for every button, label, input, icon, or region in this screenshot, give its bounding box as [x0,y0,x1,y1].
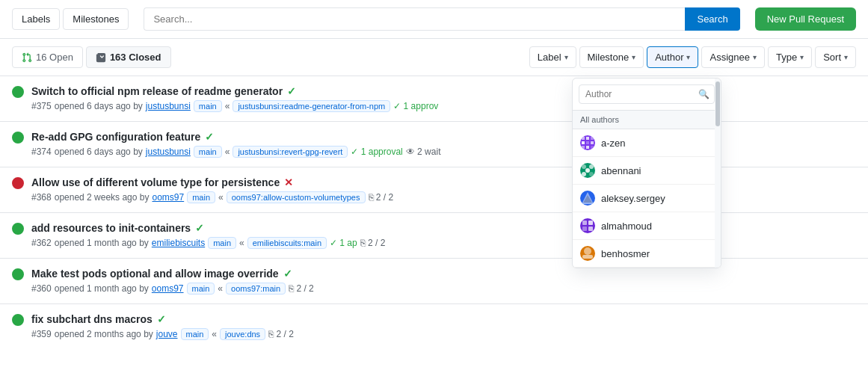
pr-author-link[interactable]: emiliebiscuits [152,238,205,248]
pr-meta: #359 opened 2 months ago by jouve main «… [31,328,856,340]
merge-arrow: « [225,101,230,111]
head-branch-tag: justusbunsi:readme-generator-from-npm [233,100,390,112]
filter-bar-right: Label ▾ Milestone ▾ Author ▾ Assignee ▾ … [529,46,856,68]
head-branch-tag: justusbunsi:revert-gpg-revert [233,146,348,158]
table-row: fix subchart dns macros ✓ #359 opened 2 … [0,304,868,349]
svg-rect-21 [582,255,593,259]
pr-author-link[interactable]: justusbunsi [146,147,191,157]
svg-rect-17 [588,221,593,225]
author-name: almahmoud [601,221,652,232]
svg-point-11 [582,172,586,176]
scrollbar-thumb [715,81,720,126]
svg-rect-1 [586,137,589,140]
table-row: Allow use of different volume type for p… [0,167,868,213]
merge-arrow: « [218,192,224,203]
search-area: Search [144,7,739,31]
pr-author-link[interactable]: jouve [156,329,178,339]
assignee-filter-button[interactable]: Assignee ▾ [701,46,764,68]
svg-rect-3 [582,141,585,144]
base-branch-tag: main [194,100,222,112]
sort-filter-button[interactable]: Sort ▾ [815,46,856,68]
pr-content: Allow use of different volume type for p… [31,176,856,203]
sort-caret-icon: ▾ [844,53,848,61]
pr-meta: #368 opened 2 weeks ago by ooms97 main «… [31,191,856,203]
closed-prs-button[interactable]: 163 Closed [86,46,171,68]
author-item[interactable]: almahmoud [573,212,721,240]
search-button[interactable]: Search [685,7,739,31]
svg-rect-16 [582,221,587,225]
author-list: a-zen abennani aleksey.sergey [573,129,721,268]
svg-point-9 [582,164,586,169]
pr-open-icon [22,52,32,63]
pr-meta: #374 opened 6 days ago by justusbunsi ma… [31,146,856,158]
base-branch-tag: main [187,283,215,295]
merge-arrow: « [212,329,217,339]
pr-title-link[interactable]: Switch to official npm release of readme… [31,85,283,97]
copies-text: ⎘ 2 / 2 [289,283,314,294]
author-item[interactable]: benhosmer [573,240,721,268]
base-branch-tag: main [181,328,209,340]
pr-title: Make test pods optional and allow image … [31,268,856,280]
pr-list: Switch to official npm release of readme… [0,76,868,349]
svg-point-12 [589,172,594,176]
author-dropdown: 🔍 All authors a-zen [572,78,721,268]
labels-button[interactable]: Labels [12,8,60,30]
pr-content: Switch to official npm release of readme… [31,85,856,112]
pr-number: #374 [31,147,52,157]
open-prs-button[interactable]: 16 Open [12,46,83,68]
new-pull-request-button[interactable]: New Pull Request [755,7,856,31]
type-filter-button[interactable]: Type ▾ [768,46,812,68]
pr-status-icon [12,86,24,102]
author-avatar [580,135,595,150]
author-item[interactable]: a-zen [573,129,721,157]
author-item[interactable]: aleksey.sergey [573,185,721,212]
pr-status-icon [12,177,24,193]
pr-closed-icon [96,52,106,63]
author-item[interactable]: abennani [573,157,721,185]
table-row: Switch to official npm release of readme… [0,76,868,122]
svg-point-13 [585,168,590,173]
author-name: a-zen [601,138,626,149]
copies-text: ⎘ 2 / 2 [360,238,386,248]
pr-number: #368 [31,192,52,203]
base-branch-tag: main [208,237,236,249]
pr-title-link[interactable]: fix subchart dns macros [31,313,153,325]
table-row: Make test pods optional and allow image … [0,259,868,304]
pr-title-link[interactable]: Re-add GPG configuration feature [31,131,200,143]
author-avatar [580,163,595,178]
pr-opened: opened 6 days ago by [55,147,143,157]
pr-author-link[interactable]: justusbunsi [146,101,191,111]
milestone-filter-button[interactable]: Milestone ▾ [579,46,644,68]
author-name: aleksey.sergey [601,193,665,204]
head-branch-tag: emiliebiscuits:main [247,237,327,249]
pr-number: #359 [31,329,52,339]
milestone-caret-icon: ▾ [632,53,635,61]
author-search-input[interactable] [579,84,715,104]
table-row: add resources to init-containers ✓ #362 … [0,213,868,259]
search-input[interactable] [144,7,685,31]
label-filter-button[interactable]: Label ▾ [529,46,576,68]
filter-bar-left: 16 Open 163 Closed [12,46,171,68]
pr-status-icon [12,223,24,238]
pr-content: add resources to init-containers ✓ #362 … [31,222,856,249]
head-branch-tag: ooms97:allow-custom-volumetypes [227,191,366,203]
pr-author-link[interactable]: ooms97 [152,192,184,203]
author-filter-button[interactable]: Author ▾ [647,46,698,68]
pr-title-link[interactable]: add resources to init-containers [31,222,191,234]
pr-meta: #360 opened 1 month ago by ooms97 main «… [31,283,856,295]
pr-title-link[interactable]: Make test pods optional and allow image … [31,268,279,280]
pr-title-link[interactable]: Allow use of different volume type for p… [31,176,280,188]
pr-title: Switch to official npm release of readme… [31,85,856,97]
top-bar: Labels Milestones Search New Pull Reques… [0,0,868,39]
head-branch-tag: ooms97:main [226,283,286,295]
pr-status-icon [12,268,24,284]
author-name: benhosmer [601,248,650,259]
milestones-button[interactable]: Milestones [63,8,129,30]
pr-opened: opened 1 month ago by [55,238,149,248]
open-count-label: 16 Open [36,52,73,63]
author-avatar [580,246,595,261]
pr-author-link[interactable]: ooms97 [152,283,184,294]
author-name: abennani [601,165,641,176]
x-icon: ✕ [284,176,293,188]
scrollbar-track[interactable] [715,78,721,268]
